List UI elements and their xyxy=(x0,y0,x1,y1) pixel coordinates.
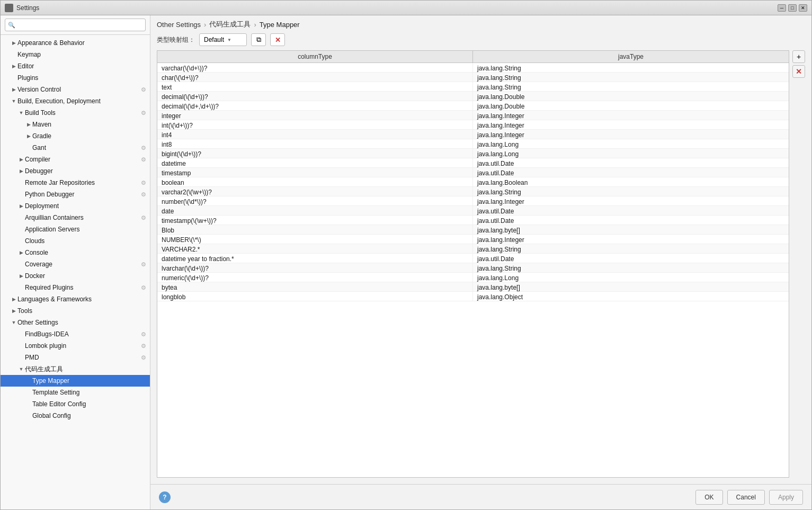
sidebar-item-tools[interactable]: ▶Tools xyxy=(1,305,150,317)
gear-icon-coverage: ⚙ xyxy=(139,260,148,269)
column-type-cell: integer xyxy=(157,111,473,120)
copy-button[interactable]: ⧉ xyxy=(251,33,266,46)
sidebar-item-type-mapper[interactable]: Type Mapper xyxy=(1,375,150,387)
sidebar-item-console[interactable]: ▶Console xyxy=(1,247,150,258)
sidebar-item-daima[interactable]: ▼代码生成工具 xyxy=(1,363,150,375)
sidebar-label-table-editor: Table Editor Config xyxy=(32,400,148,408)
table-row[interactable]: int4java.lang.Integer xyxy=(157,130,789,139)
search-input[interactable] xyxy=(5,19,146,31)
maximize-button[interactable]: □ xyxy=(788,4,797,12)
gear-icon-python-debugger: ⚙ xyxy=(139,190,148,199)
tree-arrow-gradle: ▶ xyxy=(25,132,32,140)
table-row[interactable]: longblobjava.lang.Object xyxy=(157,292,789,301)
table-row[interactable]: int(\(\d+\))?java.lang.Integer xyxy=(157,120,789,130)
sidebar-item-pmd[interactable]: PMD⚙ xyxy=(1,352,150,363)
sidebar-item-docker[interactable]: ▶Docker xyxy=(1,270,150,282)
sidebar-item-other-settings[interactable]: ▼Other Settings xyxy=(1,317,150,328)
sidebar-item-global-config[interactable]: Global Config xyxy=(1,410,150,422)
column-type-cell: int4 xyxy=(157,130,473,139)
sidebar-item-editor[interactable]: ▶Editor xyxy=(1,60,150,72)
sidebar-item-python-debugger[interactable]: Python Debugger⚙ xyxy=(1,189,150,200)
column-type-cell: bytea xyxy=(157,282,473,291)
sidebar-item-app-servers[interactable]: Application Servers xyxy=(1,223,150,235)
right-buttons: + ✕ xyxy=(789,50,805,78)
help-button[interactable]: ? xyxy=(159,491,171,503)
column-type-cell: numeric(\(\d+\))? xyxy=(157,273,473,282)
type-mapping-dropdown[interactable]: Default ▼ xyxy=(199,33,247,46)
table-row[interactable]: varchar(\(\d+\))?java.lang.String xyxy=(157,63,789,73)
java-type-cell: java.lang.String xyxy=(473,187,789,196)
sidebar-item-coverage[interactable]: Coverage⚙ xyxy=(1,258,150,270)
sidebar-item-gant[interactable]: Gant⚙ xyxy=(1,142,150,154)
sidebar-label-python-debugger: Python Debugger xyxy=(25,191,138,198)
delete-icon: ✕ xyxy=(275,36,281,44)
add-row-button[interactable]: + xyxy=(792,50,805,63)
tree-arrow-arquillian xyxy=(17,214,25,221)
sidebar-label-tools: Tools xyxy=(17,307,148,315)
table-row[interactable]: decimal(\(\d+\))?java.lang.Double xyxy=(157,92,789,101)
cancel-button[interactable]: Cancel xyxy=(727,490,765,505)
sidebar-item-build-execution[interactable]: ▼Build, Execution, Deployment xyxy=(1,95,150,107)
sidebar-item-compiler[interactable]: ▶Compiler⚙ xyxy=(1,154,150,165)
column-type-cell: boolean xyxy=(157,177,473,186)
sidebar-item-build-tools[interactable]: ▼Build Tools⚙ xyxy=(1,107,150,119)
close-button[interactable]: ✕ xyxy=(799,4,807,12)
table-row[interactable]: integerjava.lang.Integer xyxy=(157,111,789,120)
tree-arrow-table-editor xyxy=(25,400,32,408)
sidebar-item-plugins[interactable]: Plugins xyxy=(1,72,150,84)
sidebar-item-template-setting[interactable]: Template Setting xyxy=(1,387,150,398)
apply-button[interactable]: Apply xyxy=(769,490,803,505)
sidebar-item-keymap[interactable]: Keymap xyxy=(1,49,150,60)
table-row[interactable]: datejava.util.Date xyxy=(157,206,789,216)
table-row[interactable]: datetimejava.util.Date xyxy=(157,158,789,168)
sidebar-item-table-editor[interactable]: Table Editor Config xyxy=(1,398,150,410)
sidebar-item-appearance[interactable]: ▶Appearance & Behavior xyxy=(1,37,150,49)
table-row[interactable]: timestampjava.util.Date xyxy=(157,168,789,177)
table-row[interactable]: number(\(\d*\))?java.lang.Integer xyxy=(157,196,789,206)
table-row[interactable]: NUMBER\(\*\)java.lang.Integer xyxy=(157,235,789,244)
tree-arrow-compiler: ▶ xyxy=(17,156,25,163)
table-row[interactable]: char(\(\d+\))?java.lang.String xyxy=(157,73,789,82)
table-row[interactable]: lvarchar(\(\d+\))?java.lang.String xyxy=(157,263,789,273)
sidebar-item-maven[interactable]: ▶Maven xyxy=(1,119,150,130)
sidebar-item-required-plugins[interactable]: Required Plugins⚙ xyxy=(1,282,150,293)
java-type-cell: java.lang.Integer xyxy=(473,196,789,205)
table-row[interactable]: textjava.lang.String xyxy=(157,82,789,92)
sidebar-item-clouds[interactable]: Clouds xyxy=(1,235,150,247)
help-icon: ? xyxy=(163,494,166,501)
tree-arrow-lombok xyxy=(17,342,25,350)
sidebar-label-languages: Languages & Frameworks xyxy=(17,296,148,303)
minimize-button[interactable]: ─ xyxy=(778,4,786,12)
table-row[interactable]: Blobjava.lang.byte[] xyxy=(157,225,789,235)
table-row[interactable]: bigint(\(\d+\))?java.lang.Long xyxy=(157,149,789,158)
table-row[interactable]: datetime year to fraction.*java.util.Dat… xyxy=(157,254,789,263)
settings-window: Settings ─ □ ✕ 🔍 ▶Appearance & BehaviorK… xyxy=(0,0,812,510)
toolbar-label: 类型映射组： xyxy=(157,35,195,44)
table-row[interactable]: VARCHAR2.*java.lang.String xyxy=(157,244,789,254)
sidebar-item-arquillian[interactable]: Arquillian Containers⚙ xyxy=(1,212,150,223)
sidebar-item-debugger[interactable]: ▶Debugger xyxy=(1,165,150,177)
table-row[interactable]: decimal(\(\d+,\d+\))?java.lang.Double xyxy=(157,101,789,111)
column-type-cell: int8 xyxy=(157,139,473,148)
sidebar-item-lombok[interactable]: Lombok plugin⚙ xyxy=(1,340,150,352)
table-row[interactable]: numeric(\(\d+\))?java.lang.Long xyxy=(157,273,789,282)
sidebar-item-findbugs[interactable]: FindBugs-IDEA⚙ xyxy=(1,328,150,340)
table-row[interactable]: varchar2(\(\w+\))?java.lang.String xyxy=(157,187,789,196)
table-row[interactable]: booleanjava.lang.Boolean xyxy=(157,177,789,187)
breadcrumb-current: Type Mapper xyxy=(260,21,300,29)
sidebar-item-deployment[interactable]: ▶Deployment xyxy=(1,200,150,212)
column-type-cell: decimal(\(\d+\))? xyxy=(157,92,473,101)
ok-button[interactable]: OK xyxy=(695,490,722,505)
table-row[interactable]: int8java.lang.Long xyxy=(157,139,789,149)
sidebar-label-app-servers: Application Servers xyxy=(25,226,148,233)
sidebar-item-languages[interactable]: ▶Languages & Frameworks xyxy=(1,293,150,305)
remove-row-button[interactable]: ✕ xyxy=(792,65,805,78)
sidebar-item-gradle[interactable]: ▶Gradle xyxy=(1,130,150,142)
sidebar-item-remote-jar[interactable]: Remote Jar Repositories⚙ xyxy=(1,177,150,189)
tree-arrow-remote-jar xyxy=(17,179,25,186)
table-row[interactable]: timestamp(\(\w+\))?java.util.Date xyxy=(157,216,789,225)
delete-button[interactable]: ✕ xyxy=(270,33,285,46)
column-type-cell: int(\(\d+\))? xyxy=(157,120,473,129)
sidebar-item-version-control[interactable]: ▶Version Control⚙ xyxy=(1,84,150,95)
table-row[interactable]: byteajava.lang.byte[] xyxy=(157,282,789,292)
